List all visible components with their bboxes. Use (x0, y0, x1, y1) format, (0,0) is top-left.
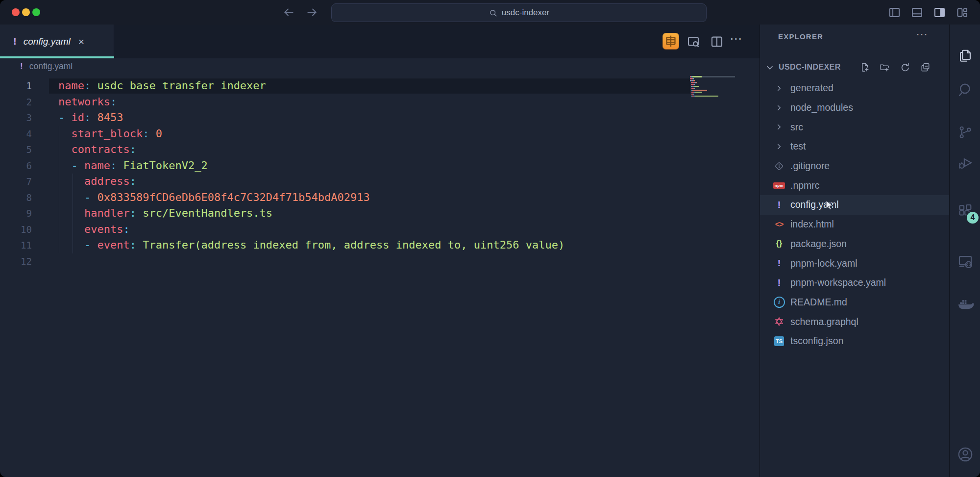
tree-file-readme-md[interactable]: iREADME.md (760, 293, 950, 312)
code-area: 1name: usdc base transfer indexer2networ… (0, 78, 760, 269)
code-line-10[interactable]: 10 events: (0, 222, 760, 238)
toggle-bottom-panel-icon[interactable] (910, 6, 924, 19)
toggle-right-sidebar-icon[interactable] (933, 6, 946, 19)
code-line-6[interactable]: 6 - name: FiatTokenV2_2 (0, 158, 760, 174)
file-type-icon: ! (773, 276, 785, 289)
yaml-warning-icon: ! (13, 36, 17, 47)
tab-close-icon[interactable]: × (78, 36, 84, 48)
project-section-header[interactable]: USDC-INDEXER (760, 59, 950, 76)
tree-file-tsconfig-json[interactable]: TStsconfig.json (760, 331, 950, 351)
explorer-more-icon[interactable]: ⋯ (916, 27, 929, 41)
tree-item-label: .npmrc (790, 180, 820, 191)
project-name: USDC-INDEXER (779, 63, 841, 72)
code-line-3[interactable]: 3- id: 8453 (0, 110, 760, 126)
magnifier-icon (489, 8, 498, 18)
line-number: 7 (0, 174, 32, 190)
file-type-icon: ! (773, 257, 785, 270)
tree-item-label: tsconfig.json (790, 335, 843, 347)
vscode-window: usdc-indexer ! config.yaml × (0, 0, 980, 477)
git-icon (774, 161, 784, 171)
traffic-light-minimize[interactable] (22, 8, 30, 16)
tree-file-schema-graphql[interactable]: schema.graphql (760, 312, 950, 331)
code-text: name: usdc base transfer indexer (58, 78, 266, 94)
editor-more-actions-icon[interactable]: ⋯ (730, 31, 743, 47)
typescript-icon: TS (774, 336, 784, 346)
graphql-icon (774, 316, 784, 327)
file-type-icon: {} (773, 237, 785, 250)
toggle-left-sidebar-icon[interactable] (888, 6, 901, 19)
code-line-11[interactable]: 11 - event: Transfer(address indexed fro… (0, 237, 760, 253)
envio-extension-icon[interactable] (662, 33, 679, 50)
file-type-icon: npm (773, 179, 785, 192)
activity-bar: 4 (949, 25, 980, 477)
tree-file--gitignore[interactable]: .gitignore (760, 156, 950, 176)
tree-file--npmrc[interactable]: npm.npmrc (760, 176, 950, 195)
tree-folder-test[interactable]: test (760, 137, 950, 156)
extensions-badge: 4 (966, 211, 980, 225)
code-line-12[interactable]: 12 (0, 253, 760, 270)
tab-config-yaml[interactable]: ! config.yaml × (0, 25, 114, 58)
remote-icon[interactable] (950, 250, 980, 273)
html-icon: <> (775, 220, 784, 229)
split-editor-icon[interactable] (710, 34, 724, 49)
open-preview-icon[interactable] (686, 34, 701, 49)
traffic-light-zoom[interactable] (32, 8, 40, 16)
minimap[interactable] (690, 76, 735, 100)
file-type-icon: ! (773, 199, 785, 211)
tree-folder-generated[interactable]: generated (760, 78, 950, 98)
editor-pane[interactable]: 1name: usdc base transfer indexer2networ… (0, 74, 760, 452)
explorer-title: EXPLORER (778, 32, 823, 41)
code-text: - event: Transfer(address indexed from, … (58, 237, 564, 253)
source-control-icon[interactable] (950, 121, 980, 144)
line-number: 2 (0, 94, 32, 110)
code-line-7[interactable]: 7 address: (0, 174, 760, 190)
file-type-icon (773, 160, 785, 173)
tab-label: config.yaml (24, 36, 71, 47)
line-number: 1 (0, 78, 32, 94)
tree-item-label: .gitignore (790, 160, 830, 172)
code-text: handler: src/EventHandlers.ts (58, 205, 272, 222)
explorer-icon[interactable] (950, 43, 980, 67)
refresh-icon[interactable] (900, 62, 911, 73)
window-search-value: usdc-indexer (502, 8, 549, 18)
customize-layout-icon[interactable] (956, 6, 969, 19)
traffic-light-close[interactable] (12, 8, 20, 16)
tree-file-index-html[interactable]: <>index.html (760, 215, 950, 234)
extensions-icon[interactable]: 4 (950, 199, 980, 223)
line-number: 6 (0, 158, 32, 174)
yaml-icon: ! (778, 277, 781, 288)
account-icon[interactable] (950, 443, 980, 466)
line-number: 3 (0, 110, 32, 126)
code-line-5[interactable]: 5 contracts: (0, 142, 760, 158)
tree-item-label: generated (790, 82, 833, 94)
window-search-field[interactable]: usdc-indexer (331, 3, 707, 22)
code-line-8[interactable]: 8 - 0x833589fCD6eDb6E08f4c7C32D4f71b54bd… (0, 190, 760, 206)
file-type-icon (773, 315, 785, 328)
tree-folder-src[interactable]: src (760, 117, 950, 137)
back-arrow-icon[interactable] (282, 6, 295, 19)
forward-arrow-icon[interactable] (306, 6, 318, 19)
tree-file-pnpm-lock-yaml[interactable]: !pnpm-lock.yaml (760, 253, 950, 273)
titlebar: usdc-indexer (0, 0, 980, 25)
tree-folder-node-modules[interactable]: node_modules (760, 98, 950, 118)
new-file-icon[interactable] (859, 62, 871, 73)
code-line-9[interactable]: 9 handler: src/EventHandlers.ts (0, 205, 760, 222)
breadcrumb[interactable]: ! config.yaml (0, 58, 760, 74)
code-text: - id: 8453 (58, 110, 123, 126)
code-line-1[interactable]: 1name: usdc base transfer indexer (0, 78, 760, 94)
tree-file-package-json[interactable]: {}package.json (760, 234, 950, 254)
line-number: 12 (0, 253, 32, 270)
docker-icon[interactable] (950, 292, 980, 316)
debug-icon[interactable] (950, 151, 980, 175)
code-text: address: (58, 174, 136, 190)
tree-file-pnpm-workspace-yaml[interactable]: !pnpm-workspace.yaml (760, 273, 950, 293)
code-line-4[interactable]: 4 start_block: 0 (0, 126, 760, 142)
line-number: 10 (0, 222, 32, 238)
yaml-icon: ! (778, 258, 781, 269)
tree-file-config-yaml[interactable]: !config.yaml (760, 195, 950, 215)
code-line-2[interactable]: 2networks: (0, 94, 760, 110)
chevron-right-icon (775, 123, 784, 131)
new-folder-icon[interactable] (879, 62, 890, 73)
search-icon[interactable] (950, 78, 980, 101)
collapse-folders-icon[interactable] (920, 62, 931, 73)
